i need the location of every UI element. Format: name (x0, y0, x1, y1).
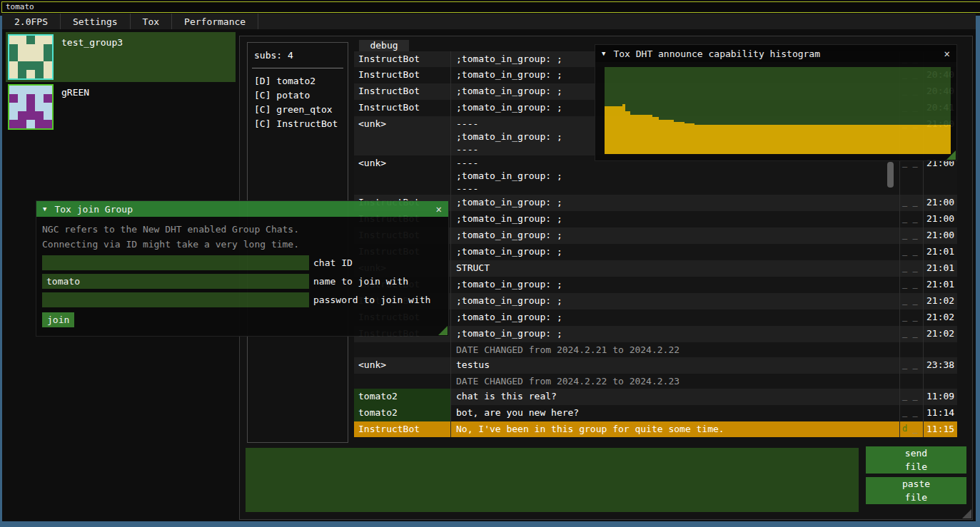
avatar-pixel (35, 61, 44, 70)
close-icon[interactable]: ✕ (436, 203, 442, 215)
avatar-pixel (26, 70, 35, 78)
chat-message-row: <unk>----;tomato_in_group: ;----_ _21:00 (354, 155, 957, 195)
button-label-line: file (905, 491, 927, 504)
chat-scrollbar-thumb[interactable] (887, 162, 894, 188)
subs-title: subs: 4 (254, 50, 341, 61)
delivery-status-cell: _ _ (899, 260, 923, 277)
group-name: gREEN (61, 87, 89, 98)
group-name: test_group3 (61, 37, 123, 48)
message-line: ;tomato_in_group: ; (456, 295, 894, 307)
close-icon[interactable]: ✕ (944, 48, 950, 59)
avatar-pixel (44, 61, 52, 70)
histogram-bar-segment (625, 111, 630, 154)
window-titlebar[interactable]: tomato (1, 1, 980, 13)
histogram-resize-grip[interactable] (946, 150, 956, 160)
histogram-window-title: Tox DHT announce capability histogram (613, 48, 820, 59)
subs-member: [C] green_qtox (254, 103, 341, 117)
delivery-status-cell: _ _ (899, 309, 923, 326)
delivery-status-cell: _ _ (899, 277, 923, 293)
join-window-titlebar[interactable]: ▼ Tox join Group ✕ (36, 201, 448, 217)
chat-id-input[interactable] (42, 255, 309, 270)
menu-item-settings[interactable]: Settings (61, 14, 131, 29)
timestamp-cell: 21:00 (923, 195, 957, 211)
avatar-pixel (18, 44, 26, 53)
avatar-pixel (35, 103, 44, 111)
avatar-pixel (18, 86, 26, 94)
delivery-status-cell: _ _ (899, 227, 923, 244)
subs-member: [C] InstructBot (254, 117, 341, 131)
menu-item-performance[interactable]: Performance (172, 14, 258, 29)
timestamp-cell: 21:02 (923, 293, 957, 309)
delivery-status-cell (899, 374, 923, 389)
send-file-button[interactable]: sendfile (866, 446, 966, 474)
avatar-pixel (18, 120, 26, 128)
message-line: ;tomato_in_group: ; (456, 196, 894, 209)
password-to-join-with-input[interactable] (42, 292, 309, 307)
message-cell: ;tomato_in_group: ; (451, 244, 899, 260)
collapse-icon[interactable]: ▼ (43, 205, 46, 213)
timestamp-cell (923, 374, 957, 389)
group-item-test-group3[interactable]: test_group3 (6, 32, 236, 82)
avatar-pixel (26, 120, 35, 128)
window-title: tomato (6, 2, 34, 11)
join-button[interactable]: join (42, 312, 74, 327)
timestamp-cell: 23:38 (923, 357, 957, 374)
sender-name-cell: InstructBot (354, 421, 451, 437)
histogram-bar-segment (630, 115, 652, 154)
button-label-line: file (905, 460, 927, 474)
password-to-join-with-label: password to join with (313, 295, 430, 305)
timestamp-cell: 21:02 (923, 326, 957, 342)
avatar-pixel (9, 44, 18, 53)
message-line: ;tomato_in_group: ; (456, 170, 894, 183)
sender-name-cell (354, 374, 451, 389)
button-label-line: send (905, 446, 927, 460)
avatar-pixel (26, 86, 35, 94)
subs-member: [D] tomato2 (254, 74, 341, 88)
chat-message-row: tomato2bot, are you new here?_ _11:14 (354, 405, 957, 421)
avatar-pixel (9, 36, 18, 44)
window-frame-bottom (0, 521, 980, 527)
message-line: ;tomato_in_group: ; (456, 245, 894, 258)
histogram-bar-segment (694, 125, 951, 154)
avatar-pixel (26, 36, 35, 44)
message-line: ;tomato_in_group: ; (456, 311, 894, 324)
message-line: STRUCT (456, 262, 894, 275)
sender-name-cell: <unk> (354, 155, 451, 195)
avatar-pixel (18, 36, 26, 44)
sender-name-cell: tomato2 (354, 405, 451, 421)
message-line: testus (456, 359, 894, 372)
group-item-green[interactable]: gREEN (6, 82, 236, 132)
avatar-pixel (9, 53, 18, 61)
menu-item-2-0fps[interactable]: 2.0FPS (2, 14, 61, 29)
delivery-status-cell: _ _ (899, 155, 923, 195)
collapse-icon[interactable]: ▼ (602, 50, 605, 57)
message-cell: ----;tomato_in_group: ;---- (451, 155, 899, 195)
histogram-bar-segment (674, 122, 685, 154)
avatar-pixel (44, 111, 52, 120)
avatar-pixel (18, 111, 26, 120)
avatar-pixel (18, 103, 26, 111)
avatar-pixel (26, 53, 35, 61)
message-cell: chat is this real? (451, 389, 899, 405)
tab-debug[interactable]: debug (359, 40, 409, 52)
timestamp-cell: 21:01 (923, 277, 957, 293)
sender-name-cell (354, 342, 451, 357)
join-resize-grip[interactable] (438, 326, 448, 335)
message-line: ;tomato_in_group: ; (456, 327, 894, 340)
histogram-window-titlebar[interactable]: ▼ Tox DHT announce capability histogram … (595, 45, 956, 62)
avatar-pixel (44, 103, 52, 111)
name-to-join-with-input[interactable]: tomato (42, 274, 309, 289)
avatar-pixel (18, 53, 26, 61)
join-description: NGC refers to the New DHT enabled Group … (36, 217, 448, 252)
message-line: bot, are you new here? (456, 406, 894, 419)
histogram-plot (605, 67, 951, 154)
menu-item-tox[interactable]: Tox (131, 14, 172, 29)
paste-file-button[interactable]: pastefile (866, 477, 966, 504)
avatar-pixel (35, 120, 44, 128)
avatar-pixel (44, 44, 52, 53)
message-line: No, I've been in this group for quite so… (456, 423, 894, 436)
date-divider-row: DATE CHANGED from 2024.2.22 to 2024.2.23 (354, 374, 957, 389)
avatar-pixel (18, 70, 26, 78)
main-resize-grip[interactable] (962, 509, 971, 518)
message-input[interactable] (246, 448, 859, 512)
